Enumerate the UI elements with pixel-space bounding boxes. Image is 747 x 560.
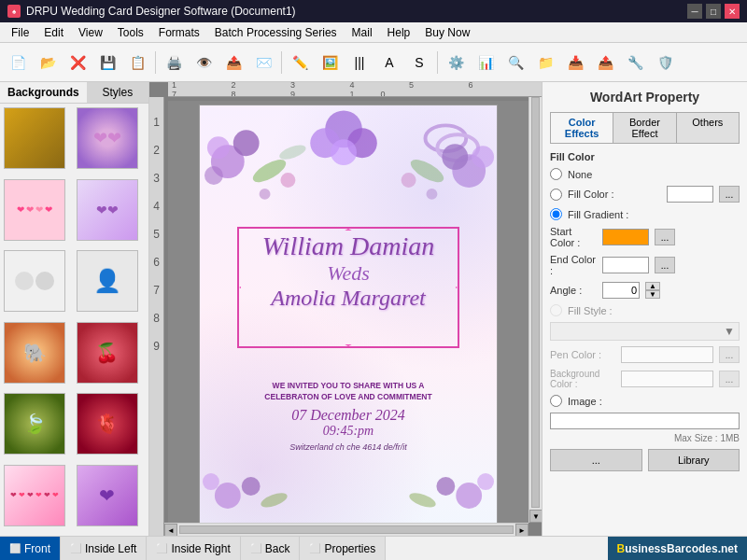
svg-point-18 xyxy=(260,189,271,200)
status-tab-front[interactable]: ⬜ Front xyxy=(0,537,61,560)
library-button[interactable]: Library xyxy=(648,449,740,471)
menu-mail[interactable]: Mail xyxy=(345,24,380,41)
fill-color-swatch[interactable] xyxy=(667,186,713,203)
text-button[interactable]: A xyxy=(375,49,403,77)
radio-fill-color[interactable] xyxy=(550,189,562,201)
tab-color-effects[interactable]: Color Effects xyxy=(551,113,613,143)
fill-style-dropdown[interactable]: ▼ xyxy=(550,322,740,341)
titlebar-controls[interactable]: ─ □ ✕ xyxy=(687,4,740,19)
radio-image[interactable] xyxy=(550,395,562,407)
menu-help[interactable]: Help xyxy=(380,24,418,41)
tb-btn-4[interactable]: 📁 xyxy=(531,49,559,77)
thumbnail-1[interactable] xyxy=(4,107,65,169)
angle-increment-btn[interactable]: ▲ xyxy=(645,282,660,290)
end-color-picker-btn[interactable]: ... xyxy=(655,257,675,273)
canvas-scrollbar-horizontal[interactable]: ◄ ► xyxy=(164,523,529,536)
svg-point-16 xyxy=(280,173,295,188)
barcode-button[interactable]: ||| xyxy=(345,49,374,77)
thumbnail-12[interactable]: ❤ xyxy=(77,465,138,526)
status-tab-back-label: Back xyxy=(265,542,290,555)
menu-formats[interactable]: Formats xyxy=(151,24,207,41)
start-color-label: Start Color : xyxy=(550,226,597,248)
saveas-button[interactable]: 📋 xyxy=(123,49,151,77)
status-tab-inside-left[interactable]: ⬜ Inside Left xyxy=(61,537,147,560)
svg-point-8 xyxy=(442,144,468,170)
new-button[interactable]: 📄 xyxy=(4,49,32,77)
menu-batch-processing[interactable]: Batch Processing Series xyxy=(207,24,345,41)
canvas-scrollbar-vertical[interactable]: ▲ ▼ xyxy=(529,82,542,523)
maximize-button[interactable]: □ xyxy=(706,4,721,19)
tab-border-effect[interactable]: Border Effect xyxy=(613,113,676,143)
thumbnail-8[interactable]: 🍒 xyxy=(77,322,138,384)
image-button[interactable]: 🖼️ xyxy=(316,49,344,77)
tb-btn-5[interactable]: 📥 xyxy=(561,49,589,77)
end-color-swatch[interactable] xyxy=(602,257,649,273)
angle-input[interactable] xyxy=(602,282,640,299)
tb-btn-1[interactable]: ⚙️ xyxy=(442,49,470,77)
scroll-down-arrow[interactable]: ▼ xyxy=(529,510,542,523)
tb-btn-8[interactable]: 🛡️ xyxy=(651,49,679,77)
start-color-picker-btn[interactable]: ... xyxy=(655,229,675,245)
status-tab-back[interactable]: ⬜ Back xyxy=(241,537,301,560)
minimize-button[interactable]: ─ xyxy=(687,4,702,19)
open-button[interactable]: 📂 xyxy=(34,49,62,77)
pencil-button[interactable]: ✏️ xyxy=(286,49,314,77)
tb-btn-3[interactable]: 🔍 xyxy=(501,49,529,77)
radio-none[interactable] xyxy=(550,168,562,180)
bg-color-picker-btn[interactable]: ... xyxy=(719,371,740,387)
close-doc-button[interactable]: ❌ xyxy=(63,49,92,77)
print-button[interactable]: 🖨️ xyxy=(160,49,188,77)
thumbnail-5[interactable] xyxy=(4,250,65,312)
thumbnail-11[interactable]: ❤❤❤ ❤❤❤ xyxy=(4,465,65,526)
status-tabs: ⬜ Front ⬜ Inside Left ⬜ Inside Right ⬜ B… xyxy=(0,537,386,560)
scroll-right-arrow[interactable]: ► xyxy=(515,524,529,536)
thumbnail-7[interactable]: 🐘 xyxy=(4,322,65,384)
tab-others[interactable]: Others xyxy=(677,113,739,143)
menu-tools[interactable]: Tools xyxy=(110,24,151,41)
menu-edit[interactable]: Edit xyxy=(36,24,71,41)
scroll-thumb-v[interactable] xyxy=(531,97,540,508)
pen-color-picker-btn[interactable]: ... xyxy=(719,346,740,363)
tab-styles[interactable]: Styles xyxy=(87,82,148,103)
menu-file[interactable]: File xyxy=(4,24,36,41)
tab-backgrounds[interactable]: Backgrounds xyxy=(0,82,87,103)
image-url-input[interactable] xyxy=(550,413,740,429)
tb-btn-6[interactable]: 📤 xyxy=(591,49,619,77)
scroll-thumb-h[interactable] xyxy=(179,525,514,534)
panel-title: WordArt Property xyxy=(550,90,740,105)
angle-row: Angle : ▲ ▼ xyxy=(550,282,740,299)
svg-point-0 xyxy=(425,125,466,151)
tb-btn-2[interactable]: 📊 xyxy=(472,49,500,77)
dots-button[interactable]: ... xyxy=(550,449,642,471)
radio-fill-style[interactable] xyxy=(550,304,562,316)
save-button[interactable]: 💾 xyxy=(93,49,121,77)
scroll-left-arrow[interactable]: ◄ xyxy=(164,524,177,536)
status-tab-properties[interactable]: ⬜ Properties xyxy=(300,537,386,560)
thumbnail-10[interactable]: 🫀 xyxy=(77,393,138,455)
bg-color-swatch[interactable] xyxy=(621,371,713,387)
email-button[interactable]: ✉️ xyxy=(249,49,277,77)
menu-buynow[interactable]: Buy Now xyxy=(417,24,477,41)
radio-fill-gradient[interactable] xyxy=(550,208,562,220)
export-button[interactable]: 📤 xyxy=(219,49,247,77)
angle-decrement-btn[interactable]: ▼ xyxy=(645,290,660,299)
radio-image-label: Image : xyxy=(568,396,740,407)
thumbnail-3[interactable]: ❤❤❤❤ xyxy=(4,179,65,241)
thumbnail-6[interactable]: 👤 xyxy=(77,250,138,312)
pen-color-swatch[interactable] xyxy=(621,346,713,363)
fill-color-picker-btn[interactable]: ... xyxy=(719,186,740,203)
menu-view[interactable]: View xyxy=(71,24,110,41)
back-icon: ⬜ xyxy=(250,543,261,553)
wordart-button[interactable]: S xyxy=(405,49,433,77)
pen-color-label: Pen Color : xyxy=(550,349,615,360)
status-tab-inside-right[interactable]: ⬜ Inside Right xyxy=(147,537,240,560)
svg-point-6 xyxy=(452,154,486,188)
start-color-swatch[interactable] xyxy=(602,229,649,245)
close-button[interactable]: ✕ xyxy=(725,4,740,19)
thumbnail-2[interactable]: ❤❤ xyxy=(77,107,138,169)
tb-btn-7[interactable]: 🔧 xyxy=(621,49,649,77)
thumbnail-4[interactable]: ❤❤ xyxy=(77,179,138,241)
thumbnail-9[interactable]: 🍃 xyxy=(4,393,65,455)
preview-button[interactable]: 👁️ xyxy=(190,49,218,77)
image-radio-row: Image : xyxy=(550,395,740,407)
